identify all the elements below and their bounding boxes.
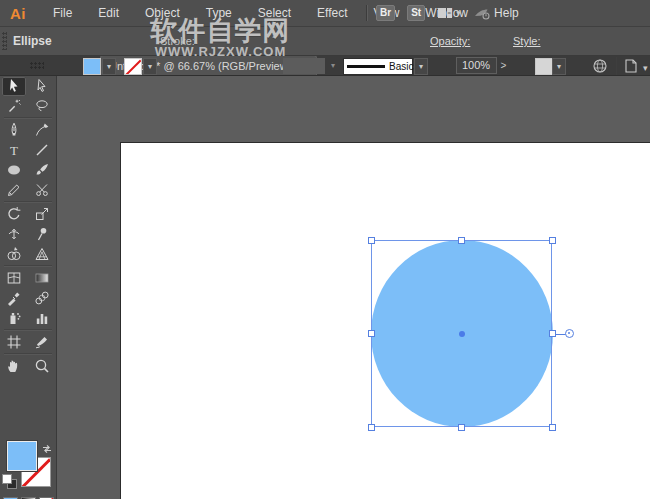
svg-text:T: T [10, 143, 18, 158]
selection-handle[interactable] [549, 237, 556, 244]
stock-button[interactable]: St [407, 5, 425, 21]
bridge-button[interactable]: Br [376, 5, 395, 21]
selection-center-point[interactable] [459, 331, 465, 337]
document-setup-globe-icon[interactable] [592, 58, 608, 74]
menu-item-select[interactable]: Select [245, 1, 304, 25]
tool-paintbrush-icon[interactable] [30, 161, 54, 180]
selection-handle[interactable] [458, 424, 465, 431]
tool-pencil-icon[interactable] [2, 181, 26, 200]
tool-group-separator [4, 329, 52, 331]
brush-chevron-icon[interactable]: ▾ [414, 58, 428, 75]
tool-row [0, 204, 56, 224]
brush-stroke-preview [347, 65, 385, 68]
tool-pen-icon[interactable] [2, 121, 26, 140]
style-chevron-icon[interactable]: ▾ [552, 58, 566, 75]
tool-row [0, 224, 56, 244]
selection-handle[interactable] [368, 330, 375, 337]
stroke-chevron-icon[interactable]: ▾ [143, 58, 157, 75]
panel-grip[interactable] [2, 32, 7, 50]
tool-row [0, 332, 56, 352]
document-setup-icon[interactable] [623, 58, 639, 74]
fill-color-swatch[interactable] [83, 58, 101, 75]
toolbar-dock-grip[interactable] [30, 62, 44, 69]
workspace-icon[interactable] [437, 5, 453, 21]
menu-item-file[interactable]: File [40, 1, 85, 25]
tool-zoom-icon[interactable] [30, 357, 54, 376]
tool-row [0, 76, 56, 96]
tool-gradient-icon[interactable] [30, 269, 54, 288]
tool-shape-builder-icon[interactable] [2, 245, 26, 264]
tool-width-icon[interactable] [2, 225, 26, 244]
tool-row [0, 356, 56, 376]
tool-mesh-icon[interactable] [2, 269, 26, 288]
workspace-chevron-icon[interactable]: ▾ [456, 8, 461, 18]
tool-magic-wand-icon[interactable] [2, 97, 26, 116]
tool-scale-icon[interactable] [30, 205, 54, 224]
tool-blend-icon[interactable] [30, 289, 54, 308]
menu-bar-right: Br St ▾ [366, 0, 489, 26]
selection-handle[interactable] [549, 330, 556, 337]
tool-type-icon[interactable]: T [2, 141, 26, 160]
tool-selection-icon[interactable] [2, 77, 26, 96]
tool-scissors-icon[interactable] [30, 181, 54, 200]
tool-row [0, 268, 56, 288]
menu-item-effect[interactable]: Effect [304, 1, 360, 25]
tool-symbol-sprayer-icon[interactable] [2, 309, 26, 328]
selection-handle[interactable] [368, 424, 375, 431]
tool-hand-icon[interactable] [2, 357, 26, 376]
tool-row: T [0, 140, 56, 160]
opacity-label[interactable]: Opacity: [430, 35, 470, 47]
live-shape-widget-icon[interactable] [565, 329, 574, 338]
brush-definition-field[interactable]: Basic [343, 58, 413, 75]
tool-row [0, 160, 56, 180]
brush-name: Basic [389, 61, 413, 72]
divider [366, 5, 368, 21]
selection-handle[interactable] [549, 424, 556, 431]
stroke-weight-field[interactable] [283, 58, 325, 74]
swap-fill-stroke-icon[interactable] [41, 441, 53, 459]
tool-lasso-icon[interactable] [30, 97, 54, 116]
menu-item-type[interactable]: Type [193, 1, 245, 25]
tool-slice-icon[interactable] [30, 333, 54, 352]
tool-artboard-icon[interactable] [2, 333, 26, 352]
document-setup-chevron-icon[interactable]: ▾ [643, 63, 648, 73]
tool-curvature-icon[interactable] [30, 121, 54, 140]
tool-row [0, 180, 56, 200]
tool-direct-selection-icon[interactable] [30, 77, 54, 96]
selection-handle[interactable] [458, 237, 465, 244]
tool-puppet-warp-icon[interactable] [30, 225, 54, 244]
divider [616, 57, 617, 75]
tools-panel: T [0, 75, 57, 499]
tool-perspective-grid-icon[interactable] [30, 245, 54, 264]
tool-column-graph-icon[interactable] [30, 309, 54, 328]
menu-bar: Ai FileEditObjectTypeSelectEffectViewWin… [0, 0, 650, 27]
style-label[interactable]: Style: [513, 35, 541, 47]
tool-group-separator [4, 201, 52, 203]
selection-handle[interactable] [368, 237, 375, 244]
opacity-spinner[interactable]: > [498, 57, 509, 74]
stroke-color-swatch[interactable] [124, 58, 142, 75]
tool-row [0, 288, 56, 308]
fill-chevron-icon[interactable]: ▾ [102, 58, 116, 75]
tool-group-separator [4, 265, 52, 267]
style-swatch[interactable] [535, 58, 553, 75]
gpu-performance-icon[interactable] [473, 5, 489, 21]
app-logo: Ai [10, 5, 26, 22]
tool-row [0, 244, 56, 264]
stroke-label: Stroke: [160, 35, 195, 47]
control-bar: Ellipse ▾ ▾ Stroke: ▾ Basic ▾ Opacity: 1… [0, 27, 650, 56]
menu-item-edit[interactable]: Edit [85, 1, 132, 25]
tools-grid: T [0, 76, 56, 376]
illustrator-window: Ai FileEditObjectTypeSelectEffectViewWin… [0, 0, 650, 499]
tool-eyedropper-icon[interactable] [2, 289, 26, 308]
opacity-field[interactable]: 100% [456, 57, 497, 74]
stroke-weight-chevron-icon[interactable]: ▾ [326, 58, 340, 75]
tool-ellipse-icon[interactable] [2, 161, 26, 180]
tool-rotate-icon[interactable] [2, 205, 26, 224]
tool-group-separator [4, 117, 52, 119]
default-fill-stroke-icon[interactable] [2, 474, 15, 487]
fill-indicator-swatch[interactable] [7, 441, 37, 471]
tool-row [0, 308, 56, 328]
menu-item-object[interactable]: Object [132, 1, 193, 25]
tool-line-segment-icon[interactable] [30, 141, 54, 160]
